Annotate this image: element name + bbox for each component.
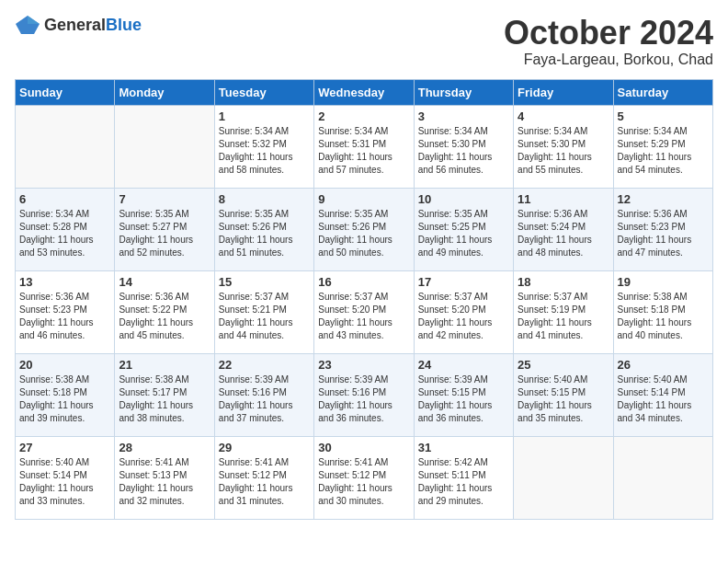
cell-content: Sunrise: 5:36 AM Sunset: 5:24 PM Dayligh… [518, 208, 609, 259]
cell-content: Sunrise: 5:38 AM Sunset: 5:17 PM Dayligh… [119, 373, 210, 425]
day-number: 21 [119, 358, 210, 372]
day-number: 20 [19, 358, 110, 372]
day-number: 6 [19, 192, 110, 206]
cell-content: Sunrise: 5:39 AM Sunset: 5:16 PM Dayligh… [219, 373, 310, 425]
cell-content: Sunrise: 5:38 AM Sunset: 5:18 PM Dayligh… [19, 373, 110, 425]
cell-content: Sunrise: 5:39 AM Sunset: 5:15 PM Dayligh… [418, 373, 509, 425]
cell-content: Sunrise: 5:41 AM Sunset: 5:12 PM Dayligh… [219, 456, 310, 508]
cell-content: Sunrise: 5:40 AM Sunset: 5:15 PM Dayligh… [518, 373, 609, 425]
calendar-cell: 26Sunrise: 5:40 AM Sunset: 5:14 PM Dayli… [613, 353, 712, 436]
calendar-cell: 4Sunrise: 5:34 AM Sunset: 5:30 PM Daylig… [514, 105, 613, 188]
calendar-cell: 19Sunrise: 5:38 AM Sunset: 5:18 PM Dayli… [613, 270, 712, 353]
calendar-cell: 7Sunrise: 5:35 AM Sunset: 5:27 PM Daylig… [115, 188, 214, 270]
calendar-cell: 11Sunrise: 5:36 AM Sunset: 5:24 PM Dayli… [514, 188, 613, 270]
day-number: 26 [618, 358, 709, 372]
logo-text: GeneralBlue [44, 16, 142, 35]
calendar-cell: 21Sunrise: 5:38 AM Sunset: 5:17 PM Dayli… [115, 353, 214, 436]
day-number: 23 [318, 358, 409, 372]
cell-content: Sunrise: 5:36 AM Sunset: 5:22 PM Dayligh… [119, 291, 210, 342]
cell-content: Sunrise: 5:37 AM Sunset: 5:20 PM Dayligh… [318, 291, 409, 342]
day-number: 30 [318, 441, 409, 454]
calendar-cell: 30Sunrise: 5:41 AM Sunset: 5:12 PM Dayli… [314, 436, 414, 519]
cell-content: Sunrise: 5:41 AM Sunset: 5:13 PM Dayligh… [119, 456, 210, 508]
weekday-header: Monday [115, 79, 214, 105]
weekday-header: Friday [514, 79, 613, 105]
calendar-cell: 28Sunrise: 5:41 AM Sunset: 5:13 PM Dayli… [115, 436, 214, 519]
cell-content: Sunrise: 5:36 AM Sunset: 5:23 PM Dayligh… [618, 208, 709, 259]
cell-content: Sunrise: 5:37 AM Sunset: 5:20 PM Dayligh… [418, 291, 509, 342]
day-number: 18 [518, 275, 609, 289]
day-number: 27 [19, 441, 110, 454]
calendar-week-row: 1Sunrise: 5:34 AM Sunset: 5:32 PM Daylig… [16, 105, 713, 188]
day-number: 1 [219, 109, 310, 123]
day-number: 13 [19, 275, 110, 289]
page-header: GeneralBlue October 2024 Faya-Largeau, B… [15, 15, 713, 68]
calendar-cell: 8Sunrise: 5:35 AM Sunset: 5:26 PM Daylig… [214, 188, 313, 270]
calendar-cell: 17Sunrise: 5:37 AM Sunset: 5:20 PM Dayli… [414, 270, 513, 353]
weekday-header: Thursday [414, 79, 513, 105]
cell-content: Sunrise: 5:34 AM Sunset: 5:31 PM Dayligh… [318, 125, 409, 177]
cell-content: Sunrise: 5:35 AM Sunset: 5:26 PM Dayligh… [318, 208, 409, 259]
month-title: October 2024 [504, 15, 713, 52]
calendar-cell: 29Sunrise: 5:41 AM Sunset: 5:12 PM Dayli… [214, 436, 313, 519]
cell-content: Sunrise: 5:34 AM Sunset: 5:32 PM Dayligh… [219, 125, 310, 177]
cell-content: Sunrise: 5:35 AM Sunset: 5:27 PM Dayligh… [119, 208, 210, 259]
day-number: 3 [418, 109, 509, 123]
calendar-table: SundayMondayTuesdayWednesdayThursdayFrid… [15, 79, 713, 520]
weekday-header: Wednesday [314, 79, 414, 105]
day-number: 17 [418, 275, 509, 289]
cell-content: Sunrise: 5:34 AM Sunset: 5:30 PM Dayligh… [518, 125, 609, 177]
calendar-cell: 6Sunrise: 5:34 AM Sunset: 5:28 PM Daylig… [16, 188, 115, 270]
cell-content: Sunrise: 5:38 AM Sunset: 5:18 PM Dayligh… [618, 291, 709, 342]
calendar-week-row: 27Sunrise: 5:40 AM Sunset: 5:14 PM Dayli… [16, 436, 713, 519]
weekday-header-row: SundayMondayTuesdayWednesdayThursdayFrid… [16, 79, 713, 105]
day-number: 8 [219, 192, 310, 206]
logo-general: General [44, 16, 106, 34]
day-number: 28 [119, 441, 210, 454]
day-number: 24 [418, 358, 509, 372]
day-number: 7 [119, 192, 210, 206]
calendar-cell: 10Sunrise: 5:35 AM Sunset: 5:25 PM Dayli… [414, 188, 513, 270]
day-number: 19 [618, 275, 709, 289]
cell-content: Sunrise: 5:40 AM Sunset: 5:14 PM Dayligh… [19, 456, 110, 508]
cell-content: Sunrise: 5:35 AM Sunset: 5:25 PM Dayligh… [418, 208, 509, 259]
day-number: 31 [418, 441, 509, 454]
day-number: 10 [418, 192, 509, 206]
cell-content: Sunrise: 5:34 AM Sunset: 5:30 PM Dayligh… [418, 125, 509, 177]
calendar-cell [115, 105, 214, 188]
cell-content: Sunrise: 5:42 AM Sunset: 5:11 PM Dayligh… [418, 456, 509, 508]
day-number: 12 [618, 192, 709, 206]
day-number: 9 [318, 192, 409, 206]
location-title: Faya-Largeau, Borkou, Chad [504, 52, 713, 68]
calendar-cell: 9Sunrise: 5:35 AM Sunset: 5:26 PM Daylig… [314, 188, 414, 270]
calendar-cell [514, 436, 613, 519]
day-number: 2 [318, 109, 409, 123]
calendar-week-row: 20Sunrise: 5:38 AM Sunset: 5:18 PM Dayli… [16, 353, 713, 436]
cell-content: Sunrise: 5:39 AM Sunset: 5:16 PM Dayligh… [318, 373, 409, 425]
calendar-cell: 13Sunrise: 5:36 AM Sunset: 5:23 PM Dayli… [16, 270, 115, 353]
logo-icon [15, 15, 40, 35]
cell-content: Sunrise: 5:37 AM Sunset: 5:19 PM Dayligh… [518, 291, 609, 342]
day-number: 16 [318, 275, 409, 289]
calendar-cell: 14Sunrise: 5:36 AM Sunset: 5:22 PM Dayli… [115, 270, 214, 353]
day-number: 15 [219, 275, 310, 289]
title-block: October 2024 Faya-Largeau, Borkou, Chad [504, 15, 713, 68]
day-number: 14 [119, 275, 210, 289]
cell-content: Sunrise: 5:34 AM Sunset: 5:28 PM Dayligh… [19, 208, 110, 259]
calendar-cell: 15Sunrise: 5:37 AM Sunset: 5:21 PM Dayli… [214, 270, 313, 353]
calendar-cell: 12Sunrise: 5:36 AM Sunset: 5:23 PM Dayli… [613, 188, 712, 270]
calendar-cell [613, 436, 712, 519]
day-number: 25 [518, 358, 609, 372]
calendar-cell: 5Sunrise: 5:34 AM Sunset: 5:29 PM Daylig… [613, 105, 712, 188]
day-number: 29 [219, 441, 310, 454]
cell-content: Sunrise: 5:41 AM Sunset: 5:12 PM Dayligh… [318, 456, 409, 508]
calendar-cell: 3Sunrise: 5:34 AM Sunset: 5:30 PM Daylig… [414, 105, 513, 188]
day-number: 22 [219, 358, 310, 372]
calendar-week-row: 6Sunrise: 5:34 AM Sunset: 5:28 PM Daylig… [16, 188, 713, 270]
calendar-cell: 25Sunrise: 5:40 AM Sunset: 5:15 PM Dayli… [514, 353, 613, 436]
cell-content: Sunrise: 5:40 AM Sunset: 5:14 PM Dayligh… [618, 373, 709, 425]
calendar-cell: 18Sunrise: 5:37 AM Sunset: 5:19 PM Dayli… [514, 270, 613, 353]
day-number: 5 [618, 109, 709, 123]
logo: GeneralBlue [15, 15, 142, 35]
logo-blue: Blue [106, 16, 142, 34]
